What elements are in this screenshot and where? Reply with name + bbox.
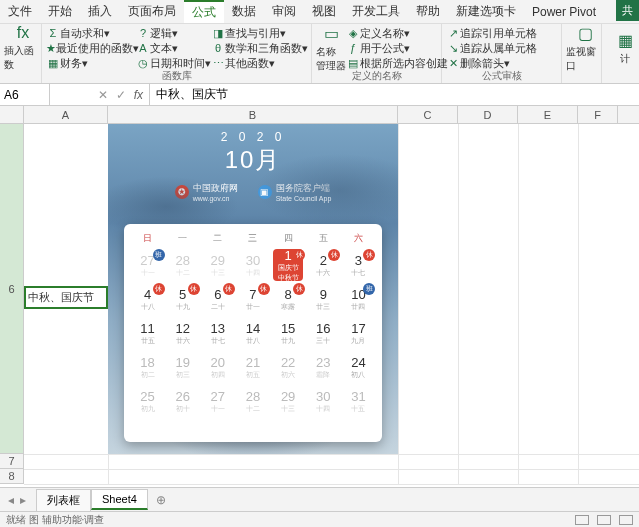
day-29: 29十三 bbox=[273, 385, 303, 417]
enter-icon[interactable]: ✓ bbox=[116, 88, 126, 102]
day-13: 13廿七 bbox=[203, 317, 233, 349]
more-fn-button[interactable]: ⋯其他函数 ▾ bbox=[211, 56, 308, 70]
watch-icon: ▢ bbox=[578, 24, 593, 43]
col-header-E[interactable]: E bbox=[518, 106, 578, 123]
day-25: 25初九 bbox=[133, 385, 163, 417]
lookup-button[interactable]: ◨查找与引用 ▾ bbox=[211, 26, 308, 40]
menu-页面布局[interactable]: 页面布局 bbox=[120, 0, 184, 23]
autosum-button[interactable]: Σ自动求和 ▾ bbox=[46, 26, 136, 40]
question-icon: ? bbox=[136, 27, 150, 39]
rest-badge-icon: 休 bbox=[258, 283, 270, 295]
tab-next-icon[interactable]: ▸ bbox=[20, 493, 26, 507]
text-icon: A bbox=[136, 42, 150, 54]
menu-开始[interactable]: 开始 bbox=[40, 0, 80, 23]
trace-dep-icon: ↘ bbox=[446, 42, 460, 55]
day-10: 10廿四班 bbox=[343, 283, 373, 315]
day-31: 31十五 bbox=[343, 385, 373, 417]
col-header-B[interactable]: B bbox=[108, 106, 398, 123]
fx-icon[interactable]: fx bbox=[134, 88, 143, 102]
row-header-8[interactable]: 8 bbox=[0, 469, 23, 484]
tag-icon: ▭ bbox=[324, 24, 339, 43]
theta-icon: θ bbox=[211, 42, 225, 54]
rest-badge-icon: 休 bbox=[223, 283, 235, 295]
recent-button[interactable]: ★最近使用的函数 ▾ bbox=[46, 41, 136, 55]
financial-button[interactable]: ▦财务 ▾ bbox=[46, 56, 136, 70]
calc-button[interactable]: ▦ 计 bbox=[606, 26, 639, 70]
day-17: 17九月 bbox=[343, 317, 373, 349]
day-15: 15廿九 bbox=[273, 317, 303, 349]
group-label: 函数库 bbox=[42, 69, 311, 83]
cancel-icon[interactable]: ✕ bbox=[98, 88, 108, 102]
remove-arrows-button[interactable]: ✕删除箭头 ▾ bbox=[446, 56, 557, 70]
row-header-7[interactable]: 7 bbox=[0, 454, 23, 469]
day-12: 12廿六 bbox=[168, 317, 198, 349]
math-button[interactable]: θ数学和三角函数 ▾ bbox=[211, 41, 308, 55]
use-in-formula-button[interactable]: ƒ用于公式 ▾ bbox=[346, 41, 448, 55]
day-7: 7廿一休 bbox=[238, 283, 268, 315]
day-8: 8寒露休 bbox=[273, 283, 303, 315]
sheet-tabs: ◂ ▸ 列表框Sheet4⊕ bbox=[0, 487, 639, 511]
menu-帮助[interactable]: 帮助 bbox=[408, 0, 448, 23]
share-button[interactable]: 共 bbox=[616, 0, 639, 21]
menu-新建选项卡[interactable]: 新建选项卡 bbox=[448, 0, 524, 23]
row-header-6[interactable]: 6 bbox=[0, 124, 23, 454]
page-layout-icon[interactable] bbox=[597, 515, 611, 525]
sheet-tab-列表框[interactable]: 列表框 bbox=[36, 489, 91, 511]
col-header-A[interactable]: A bbox=[24, 106, 108, 123]
trace-dependents-button[interactable]: ↘追踪从属单元格 bbox=[446, 41, 557, 55]
menubar: 文件开始插入页面布局公式数据审阅视图开发工具帮助新建选项卡Power Pivot bbox=[0, 0, 639, 24]
rest-badge-icon: 休 bbox=[293, 249, 305, 261]
day-4: 4十八休 bbox=[133, 283, 163, 315]
work-badge-icon: 班 bbox=[363, 283, 375, 295]
trace-precedents-button[interactable]: ↗追踪引用单元格 bbox=[446, 26, 557, 40]
rest-badge-icon: 休 bbox=[293, 283, 305, 295]
day-3: 3十七休 bbox=[343, 249, 373, 281]
normal-view-icon[interactable] bbox=[575, 515, 589, 525]
day-2: 2十六休 bbox=[308, 249, 338, 281]
work-badge-icon: 班 bbox=[153, 249, 165, 261]
menu-Power Pivot[interactable]: Power Pivot bbox=[524, 0, 604, 23]
name-manager-button[interactable]: ▭ 名称 管理器 bbox=[316, 26, 346, 70]
day-6: 6二十休 bbox=[203, 283, 233, 315]
menu-视图[interactable]: 视图 bbox=[304, 0, 344, 23]
status-bar: 就绪 图 辅助功能·调查 bbox=[0, 511, 639, 527]
watch-window-button[interactable]: ▢ 监视窗口 bbox=[566, 26, 604, 70]
tab-prev-icon[interactable]: ◂ bbox=[8, 493, 14, 507]
day-24: 24初八 bbox=[343, 351, 373, 383]
cell-A6[interactable]: 中秋、国庆节 bbox=[24, 286, 108, 309]
name-box[interactable]: A6 bbox=[0, 84, 50, 105]
text-button[interactable]: A文本 ▾ bbox=[136, 41, 211, 55]
col-header-D[interactable]: D bbox=[458, 106, 518, 123]
day-27: 27十一班 bbox=[133, 249, 163, 281]
trace-prec-icon: ↗ bbox=[446, 27, 460, 40]
define-name-button[interactable]: ◈定义名称 ▾ bbox=[346, 26, 448, 40]
page-break-icon[interactable] bbox=[619, 515, 633, 525]
day-30: 30十四 bbox=[308, 385, 338, 417]
menu-文件[interactable]: 文件 bbox=[0, 0, 40, 23]
clock-icon: ◷ bbox=[136, 57, 150, 70]
col-header-F[interactable]: F bbox=[578, 106, 618, 123]
menu-开发工具[interactable]: 开发工具 bbox=[344, 0, 408, 23]
menu-数据[interactable]: 数据 bbox=[224, 0, 264, 23]
day-21: 21初五 bbox=[238, 351, 268, 383]
menu-公式[interactable]: 公式 bbox=[184, 0, 224, 23]
column-headers: ABCDEF bbox=[0, 106, 639, 124]
create-icon: ▤ bbox=[346, 57, 360, 70]
day-22: 22初六 bbox=[273, 351, 303, 383]
insert-function-button[interactable]: fx 插入函数 bbox=[4, 26, 42, 70]
group-label: 定义的名称 bbox=[312, 69, 441, 83]
datetime-button[interactable]: ◷日期和时间 ▾ bbox=[136, 56, 211, 70]
group-label: 公式审核 bbox=[442, 69, 561, 83]
logical-button[interactable]: ?逻辑 ▾ bbox=[136, 26, 211, 40]
menu-审阅[interactable]: 审阅 bbox=[264, 0, 304, 23]
col-header-C[interactable]: C bbox=[398, 106, 458, 123]
formula-input[interactable]: 中秋、国庆节 bbox=[150, 86, 639, 103]
create-from-sel-button[interactable]: ▤根据所选内容创建 bbox=[346, 56, 448, 70]
add-sheet-button[interactable]: ⊕ bbox=[148, 493, 174, 507]
define-icon: ◈ bbox=[346, 27, 360, 40]
calc-icon: ▦ bbox=[618, 31, 633, 50]
select-all-corner[interactable] bbox=[0, 106, 24, 123]
sigma-icon: Σ bbox=[46, 27, 60, 39]
sheet-tab-Sheet4[interactable]: Sheet4 bbox=[91, 489, 148, 510]
menu-插入[interactable]: 插入 bbox=[80, 0, 120, 23]
